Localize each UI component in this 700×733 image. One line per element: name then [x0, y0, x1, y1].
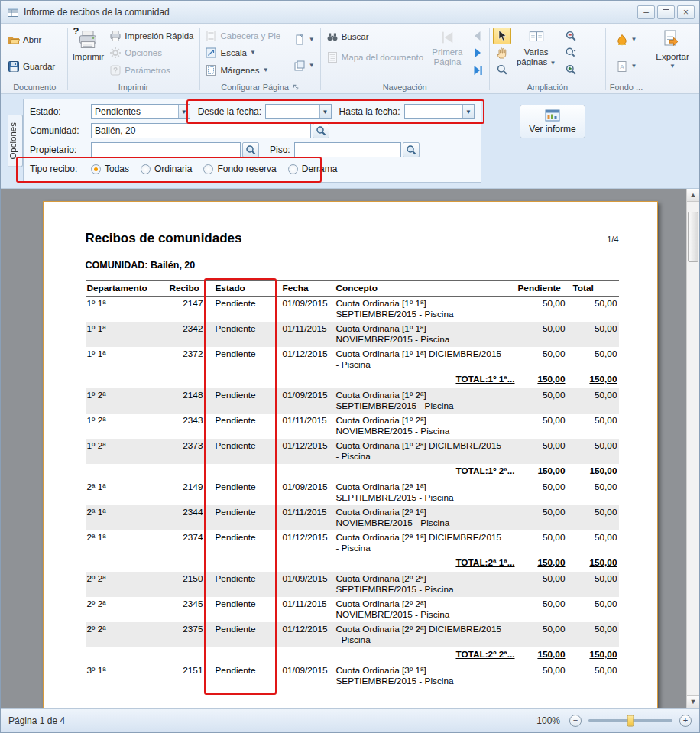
radio-todas[interactable]: Todas	[91, 164, 129, 174]
comunidad-search-button[interactable]	[313, 123, 329, 138]
scrollbar-thumb[interactable]	[688, 212, 698, 262]
multiple-pages-label: Varias páginas	[517, 47, 549, 66]
piso-search-button[interactable]	[403, 142, 420, 157]
zoom-in-button[interactable]	[562, 61, 580, 78]
propietario-search-button[interactable]	[242, 142, 259, 157]
chevron-down-icon[interactable]: ▼	[319, 105, 331, 118]
next-page-button[interactable]	[469, 45, 486, 61]
multiple-pages-button[interactable]: Varias páginas ▼	[513, 27, 560, 79]
paint-color-icon	[616, 34, 628, 46]
last-page-button[interactable]	[469, 62, 486, 78]
chevron-down-icon: ▼	[309, 37, 315, 43]
zoom-in-button[interactable]: +	[679, 715, 692, 727]
column-header-concepto: Concepto	[335, 281, 517, 297]
radio-ordinaria[interactable]: Ordinaria	[141, 164, 192, 174]
propietario-field[interactable]	[91, 142, 241, 157]
options-vertical-tab[interactable]: Opciones	[8, 115, 23, 167]
hasta-fecha-combobox[interactable]: ▼	[404, 104, 475, 119]
pointer-tool-button[interactable]	[493, 28, 511, 44]
report-row: 1º 1ª2342Pendiente01/11/2015Cuota Ordina…	[86, 322, 619, 347]
document-map-label: Mapa del documento	[342, 53, 423, 62]
scroll-down-button[interactable]: ▼	[687, 695, 699, 708]
column-header-estado: Estado	[208, 281, 275, 297]
scale-button[interactable]: Escala ▼	[203, 45, 289, 61]
print-params-button[interactable]: ? Parámetros	[107, 62, 196, 78]
zoom-slider-thumb[interactable]	[627, 715, 634, 726]
orientation-button[interactable]: ▼	[291, 32, 317, 48]
minimize-button[interactable]: –	[637, 5, 655, 19]
ribbon-separator	[320, 28, 321, 90]
ribbon-separator	[67, 28, 68, 90]
magnifier-tool-button[interactable]	[493, 61, 511, 78]
report-row: 1º 2ª2373Pendiente01/12/2015Cuota Ordina…	[86, 439, 619, 464]
hand-tool-button[interactable]	[493, 44, 511, 61]
quick-print-button[interactable]: Impresión Rápida	[107, 28, 196, 44]
tipo-recibo-label: Tipo recibo:	[30, 164, 91, 174]
header-footer-button[interactable]: Cabecera y Pie	[203, 28, 289, 44]
zoom-dropdown-button[interactable]	[562, 44, 580, 61]
options-box: Estado: Pendientes ▼ Desde la fecha: ▼ H…	[23, 99, 481, 183]
previous-page-button[interactable]	[469, 28, 486, 44]
search-icon	[245, 144, 257, 156]
zoom-slider[interactable]	[588, 719, 672, 722]
report-row: 1º 2ª2148Pendiente01/09/2015Cuota Ordina…	[86, 388, 619, 414]
print-button[interactable]: ? Imprimir	[71, 27, 106, 79]
estado-combobox[interactable]: Pendientes ▼	[91, 104, 190, 119]
search-label: Buscar	[342, 32, 369, 41]
print-params-label: Parámetros	[125, 66, 170, 75]
search-icon	[405, 144, 417, 156]
desde-fecha-combobox[interactable]: ▼	[265, 104, 331, 119]
svg-text:?: ?	[113, 66, 118, 74]
vertical-scrollbar[interactable]: ▲ ▼	[686, 189, 699, 708]
dialog-launcher-icon[interactable]	[292, 83, 299, 90]
search-button[interactable]: Buscar	[324, 28, 426, 44]
binoculars-search-icon	[326, 31, 339, 43]
group-label-configurar: Configurar Página	[200, 80, 319, 93]
help-question-mark: ?	[73, 26, 79, 37]
report-title: Recibos de comunidades	[86, 231, 242, 246]
scroll-up-button[interactable]: ▲	[687, 189, 699, 202]
report-total-row: TOTAL:1º 2ª...150,00150,00	[86, 464, 619, 480]
column-header-total: Total	[572, 281, 619, 297]
estado-label: Estado:	[30, 106, 91, 117]
report-total-row: TOTAL:2º 2ª...150,00150,00	[86, 647, 619, 663]
margins-button[interactable]: Márgenes ▼	[203, 62, 289, 78]
header-footer-icon	[205, 30, 217, 42]
chevron-down-icon[interactable]: ▼	[462, 105, 474, 118]
print-options-button[interactable]: Opciones	[107, 45, 196, 61]
header-footer-label: Cabecera y Pie	[220, 31, 280, 41]
group-label-ampliacion: Ampliación	[491, 80, 604, 93]
ribbon: Abrir Guardar Documento ?	[1, 24, 699, 94]
close-button[interactable]: ×	[677, 5, 695, 19]
next-page-icon	[472, 47, 484, 59]
ribbon-separator	[199, 28, 200, 90]
options-row-propietario: Propietario: Piso:	[30, 141, 475, 159]
comunidad-field[interactable]: Bailén, 20	[91, 123, 311, 138]
options-panel: Opciones Estado: Pendientes ▼ Desde la f…	[1, 94, 699, 189]
zoom-in-icon	[565, 63, 577, 76]
radio-fondo-reserva[interactable]: Fondo reserva	[203, 164, 276, 174]
report-total-row: TOTAL:2ª 1ª...150,00150,00	[86, 556, 619, 572]
report-row: 3º 1ª2151Pendiente01/09/2015Cuota Ordina…	[86, 663, 619, 689]
app-window: Informe de recibos de la comunidad – × A…	[0, 0, 700, 733]
first-page-icon	[439, 29, 455, 46]
page-color-button[interactable]: ▼	[614, 31, 640, 47]
chevron-down-icon[interactable]: ▼	[178, 105, 190, 118]
save-button[interactable]: Guardar	[5, 58, 64, 74]
open-button[interactable]: Abrir	[5, 31, 64, 47]
watermark-button[interactable]: A ▼	[614, 58, 640, 74]
piso-field[interactable]	[294, 142, 401, 157]
ver-informe-button[interactable]: Ver informe	[520, 105, 585, 138]
export-button[interactable]: Exportar ▼	[650, 27, 695, 79]
radio-derrama[interactable]: Derrama	[288, 164, 338, 174]
document-map-icon	[326, 51, 339, 63]
zoom-out-button[interactable]	[562, 28, 580, 44]
chevron-down-icon: ▼	[631, 63, 637, 70]
paper-size-button[interactable]: ▼	[291, 58, 317, 74]
zoom-out-button[interactable]: −	[569, 715, 582, 727]
document-map-button[interactable]: Mapa del documento	[324, 49, 426, 65]
chevron-down-icon: ▼	[309, 63, 315, 69]
first-page-button[interactable]: Primera Página	[427, 27, 468, 79]
maximize-button[interactable]	[657, 5, 675, 19]
open-folder-icon	[8, 34, 20, 46]
